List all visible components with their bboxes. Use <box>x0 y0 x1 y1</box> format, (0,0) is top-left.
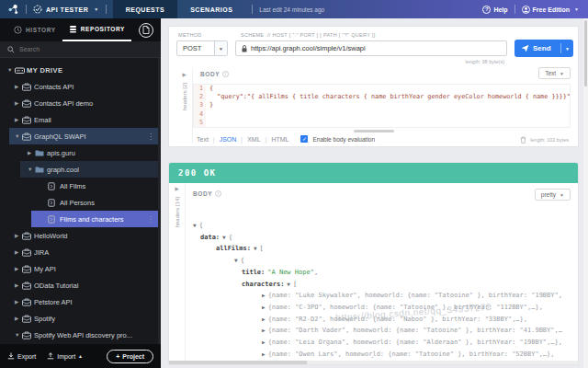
new-project-button[interactable]: + Project <box>107 350 153 363</box>
body-type-dropdown[interactable]: Text ▼ <box>538 67 571 79</box>
url-field[interactable] <box>235 40 507 56</box>
request-icon <box>48 215 60 224</box>
status-text: 200 OK <box>178 168 217 178</box>
chevron-down-icon[interactable]: ▼ <box>561 46 573 52</box>
chevron-right-icon[interactable]: ▶ <box>175 186 178 191</box>
tree-item-label: MY DRIVE <box>27 66 62 75</box>
chevron-down-icon: ▼ <box>574 6 579 12</box>
view-mode-dropdown[interactable]: pretty ▼ <box>535 189 571 201</box>
json-key: title: <box>242 269 265 276</box>
send-button[interactable]: Send ▼ <box>514 40 573 57</box>
collapse-icon[interactable]: ▼ <box>254 245 257 251</box>
sidebar-item-email[interactable]: ▶Email <box>0 111 161 128</box>
expand-icon[interactable]: ▶ <box>262 339 266 345</box>
chevron-right-icon[interactable]: ▶ <box>15 117 22 122</box>
body-evaluation-checkbox[interactable]: ✓ <box>300 135 308 143</box>
expand-icon[interactable]: ▶ <box>262 316 266 322</box>
sidebar-item-odata-tutorial[interactable]: ▶OData Tutorial <box>0 277 161 293</box>
chevron-right-icon[interactable]: ▶ <box>15 84 22 89</box>
collapse-icon[interactable]: ▼ <box>222 234 226 240</box>
help-button[interactable]: ? Help <box>482 6 507 14</box>
import-button[interactable]: Import ▲ <box>47 352 83 360</box>
expand-icon[interactable]: ▶ <box>262 304 266 310</box>
edition-menu[interactable]: Free Edition ▼ <box>522 6 579 14</box>
collapse-icon[interactable]: ▼ <box>193 222 197 228</box>
sidebar-item-contacts-api-demo[interactable]: ▶Contacts API demo <box>0 95 161 111</box>
sidebar-tab-repository[interactable]: REPOSITORY <box>62 18 131 41</box>
chevron-right-icon[interactable]: ▶ <box>15 266 22 271</box>
sidebar-item-all-films[interactable]: All Films <box>0 178 161 194</box>
search-input[interactable] <box>19 46 130 52</box>
tree-item-label: JIRA <box>34 248 49 257</box>
sidebar-item-films-and-characters[interactable]: Films and characters⋮ <box>31 211 161 227</box>
chevron-down-icon: ▼ <box>94 6 98 12</box>
method-select[interactable]: POST ▼ <box>176 40 228 56</box>
line-number: 4 <box>194 110 206 119</box>
chevron-right-icon[interactable]: ▶ <box>15 316 22 321</box>
collapse-icon[interactable]: ▼ <box>287 281 290 287</box>
format-tab-text[interactable]: Text <box>197 136 209 143</box>
chevron-right-icon[interactable]: ▶ <box>182 72 186 77</box>
sidebar-scrollbar[interactable] <box>158 58 161 344</box>
lock-icon <box>242 45 247 52</box>
sidebar-item-all-persons[interactable]: All Persons <box>0 194 161 211</box>
tree-item-label: Contacts API demo <box>34 99 93 108</box>
response-headers-rail[interactable]: ▶ headers [14] <box>169 183 186 364</box>
editor-h-scrollbar[interactable] <box>354 130 394 132</box>
kebab-menu-icon[interactable]: ⋮ <box>147 132 154 141</box>
chevron-right-icon[interactable]: ▶ <box>15 282 22 288</box>
response-h-scrollbar[interactable] <box>169 361 578 364</box>
sidebar-item-spotify-web-api-discovery-pro[interactable]: ▼Spotify Web API discovery pro... <box>0 327 161 343</box>
request-icon <box>48 182 60 190</box>
sidebar-item-spotify[interactable]: ▶Spotify <box>0 310 161 327</box>
json-collapsed-preview: {name: "Leia Organa", homeworld: {name: … <box>268 339 562 346</box>
app-logo-icon[interactable] <box>7 0 19 18</box>
request-headers-rail[interactable]: ▶ headers [2] <box>176 69 193 143</box>
export-button[interactable]: Export <box>7 352 36 360</box>
nav-tab-requests[interactable]: REQUESTS <box>113 0 178 18</box>
json-punct: , <box>314 269 318 276</box>
chevron-right-icon[interactable]: ▶ <box>15 100 22 106</box>
chevron-down-icon[interactable]: ▼ <box>7 67 15 73</box>
chevron-right-icon[interactable]: ▶ <box>15 249 22 255</box>
sidebar-item-helloworld[interactable]: ▶HelloWorld <box>0 227 161 244</box>
sidebar-item-petstore-api[interactable]: ▶Petstore API <box>0 293 161 310</box>
kebab-menu-icon[interactable]: ⋮ <box>147 215 154 224</box>
method-value: POST <box>177 44 214 52</box>
expand-icon[interactable]: ▶ <box>262 327 266 333</box>
main-scrollbar[interactable] <box>583 18 588 368</box>
chevron-down-icon[interactable]: ▼ <box>15 133 22 139</box>
sidebar-item-graph-cool[interactable]: ▼graph.cool <box>20 161 161 178</box>
url-length-text: length: 38 byte(s) <box>466 59 505 64</box>
app-menu[interactable]: API TESTER ▼ <box>33 0 99 18</box>
sidebar-item-contacts-api[interactable]: ▶Contacts API <box>0 78 161 95</box>
sidebar-item-my-drive[interactable]: ▼MY DRIVE <box>0 62 161 78</box>
collapse-icon[interactable]: ▼ <box>234 257 238 263</box>
sidebar-item-jira[interactable]: ▶JIRA <box>0 244 161 260</box>
format-tab-json[interactable]: JSON <box>220 136 237 143</box>
line-number: 1 <box>194 85 206 93</box>
format-tab-html[interactable]: HTML <box>271 136 288 143</box>
response-body-section: ▶ headers [14] BODY i pretty ▼ ▼{data:▼{… <box>169 183 578 364</box>
chevron-right-icon[interactable]: ▶ <box>28 150 35 155</box>
expand-icon[interactable]: ▶ <box>262 292 266 298</box>
response-panel: 200 OK ▶ headers [14] BODY i pretty ▼ ▼{… <box>168 162 579 365</box>
sidebar-item-graphql-swapi[interactable]: ▼GraphQL SWAPI⋮ <box>9 128 161 144</box>
chevron-right-icon[interactable]: ▶ <box>15 299 22 305</box>
format-tab-xml[interactable]: XML <box>247 136 260 143</box>
plus-icon: + <box>116 353 119 360</box>
url-input[interactable] <box>251 44 501 52</box>
nav-tab-scenarios[interactable]: SCENARIOS <box>177 0 245 18</box>
sidebar-item-my-api[interactable]: ▶My API <box>0 260 161 277</box>
trash-icon[interactable] <box>520 136 526 144</box>
sidebar-search[interactable] <box>0 41 161 58</box>
chevron-down-icon[interactable]: ▼ <box>15 332 22 338</box>
new-request-button[interactable] <box>139 23 153 38</box>
chevron-down-icon[interactable]: ▼ <box>28 167 35 172</box>
expand-icon[interactable]: ▶ <box>262 351 266 357</box>
info-icon: i <box>222 71 229 77</box>
sidebar-tab-history[interactable]: HISTORY <box>7 18 62 41</box>
chevron-right-icon[interactable]: ▶ <box>15 233 22 238</box>
sidebar-item-apis-guru[interactable]: ▶apis.guru <box>0 144 161 161</box>
body-editor[interactable]: 1{2 "query":"{ allFilms { title characte… <box>193 84 571 128</box>
